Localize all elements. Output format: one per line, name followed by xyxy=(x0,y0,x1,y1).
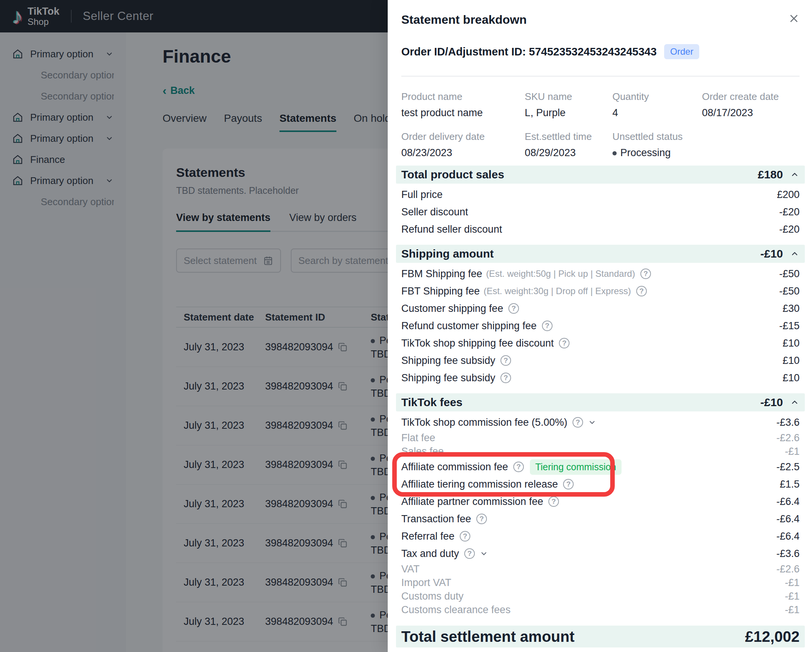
info-label: Est.settled time xyxy=(525,131,612,143)
chevron-up-icon[interactable] xyxy=(790,397,800,407)
section-total: £180 xyxy=(758,168,783,181)
fee-value: -£2.5 xyxy=(776,461,800,473)
section-total: -£10 xyxy=(760,247,783,260)
fee-label: Customs clearance fees xyxy=(401,604,511,616)
info-cell: SKU name L, Purple xyxy=(525,91,612,119)
fee-label: VAT xyxy=(401,563,420,575)
info-value-text: test product name xyxy=(401,107,483,118)
fee-label: Full price xyxy=(401,189,443,201)
fee-value: -£1 xyxy=(785,577,800,589)
fee-value: -£6.4 xyxy=(776,496,800,508)
fee-section: Shipping amount -£10 FBM Shipping fee (E… xyxy=(401,245,800,387)
fee-value: -£1 xyxy=(785,604,800,616)
help-icon[interactable]: ? xyxy=(548,496,559,507)
help-icon[interactable]: ? xyxy=(563,479,574,489)
fee-value: -£6.4 xyxy=(776,513,800,525)
status-dot xyxy=(612,151,617,155)
help-icon[interactable]: ? xyxy=(640,268,651,279)
fee-label: Customer shipping fee xyxy=(401,303,503,314)
chevron-down-icon[interactable] xyxy=(588,418,597,427)
fee-value: -£50 xyxy=(779,285,800,297)
help-icon[interactable]: ? xyxy=(464,548,475,559)
info-label: Order create date xyxy=(702,91,800,103)
fee-note: (Est. weight:50g | Pick up | Standard) xyxy=(486,268,635,279)
chevron-up-icon[interactable] xyxy=(790,170,800,179)
fee-row: Customs duty ? -£1 xyxy=(401,589,800,603)
info-label: SKU name xyxy=(525,91,612,103)
fee-label: Seller discount xyxy=(401,206,468,218)
fee-value: £10 xyxy=(783,355,800,367)
statement-breakdown-drawer: Statement breakdown Order ID/Adjustment … xyxy=(388,0,812,652)
fee-row: Tax and duty ? -£3.6 xyxy=(401,545,800,562)
fee-label: Referral fee xyxy=(401,531,454,542)
fee-value: £10 xyxy=(783,372,800,384)
help-icon[interactable]: ? xyxy=(636,286,647,296)
fee-row: FBM Shipping fee (Est. weight:50g | Pick… xyxy=(401,265,800,282)
info-value-text: L, Purple xyxy=(525,107,565,118)
fee-row: Shipping fee subsidy ? £10 xyxy=(401,352,800,369)
help-icon[interactable]: ? xyxy=(476,514,487,524)
fee-row: VAT ? -£2.6 xyxy=(401,562,800,576)
fee-row: Sales fee ? -£1 xyxy=(401,445,800,458)
order-info-grid: Product name test product name SKU name … xyxy=(401,91,800,159)
help-icon[interactable]: ? xyxy=(500,355,511,366)
info-cell: Order delivery date 08/23/2023 xyxy=(401,131,525,159)
fee-label: Transaction fee xyxy=(401,513,471,525)
section-header[interactable]: TikTok fees -£10 xyxy=(396,393,805,411)
fee-row: Import VAT ? -£1 xyxy=(401,576,800,589)
chevron-up-icon[interactable] xyxy=(790,249,800,259)
total-settlement-value: £12,002 xyxy=(745,628,800,645)
info-value: Processing xyxy=(612,147,702,159)
fee-value: -£3.6 xyxy=(776,417,800,428)
section-header[interactable]: Total product sales £180 xyxy=(396,166,805,184)
info-value-text: 08/29/2023 xyxy=(525,147,576,158)
fee-label: Flat fee xyxy=(401,432,435,444)
fee-row: Referral fee ? -£6.4 xyxy=(401,528,800,545)
info-value-text: Processing xyxy=(620,147,671,158)
close-icon[interactable] xyxy=(788,13,800,24)
fee-row: Refund seller discount ? -£20 xyxy=(401,221,800,238)
fee-label: FBT Shipping fee xyxy=(401,285,480,297)
fee-row: Seller discount ? -£20 xyxy=(401,203,800,221)
fee-label: FBM Shipping fee xyxy=(401,268,482,280)
fee-value: -£20 xyxy=(779,206,800,218)
fee-value: -£20 xyxy=(779,224,800,235)
divider xyxy=(401,76,800,77)
help-icon[interactable]: ? xyxy=(500,373,511,383)
fee-note: (Est. weight:30g | Drop off | Express) xyxy=(484,286,631,296)
info-value-text: 4 xyxy=(612,107,618,118)
help-icon[interactable]: ? xyxy=(542,321,553,331)
fee-row: Transaction fee ? -£6.4 xyxy=(401,510,800,528)
fee-row: TikTok shop shipping fee discount ? £10 xyxy=(401,334,800,352)
modal-scrim[interactable] xyxy=(0,0,388,652)
fee-label: Sales fee xyxy=(401,446,444,457)
info-cell: Quantity 4 xyxy=(612,91,702,119)
fee-value: £30 xyxy=(783,303,800,314)
fee-value: £200 xyxy=(777,189,800,201)
section-header[interactable]: Shipping amount -£10 xyxy=(396,245,805,263)
info-cell: Unsettled status Processing xyxy=(612,131,702,159)
help-icon[interactable]: ? xyxy=(559,338,569,348)
fee-row: TikTok shop commission fee (5.00%) ? -£3… xyxy=(401,414,800,431)
fee-label: Affiliate commission fee xyxy=(401,461,508,473)
total-settlement-bar: Total settlement amount £12,002 xyxy=(396,626,805,647)
fee-row: Full price ? £200 xyxy=(401,186,800,203)
fee-label: Shipping fee subsidy xyxy=(401,355,495,367)
info-label: Order delivery date xyxy=(401,131,525,143)
help-icon[interactable]: ? xyxy=(513,462,524,472)
help-icon[interactable]: ? xyxy=(508,303,519,314)
help-icon[interactable]: ? xyxy=(460,531,470,542)
help-icon[interactable]: ? xyxy=(573,417,583,428)
chevron-down-icon[interactable] xyxy=(479,549,488,558)
info-value-text: 08/23/2023 xyxy=(401,147,452,158)
fee-row: Customer shipping fee ? £30 xyxy=(401,300,800,317)
order-type-badge: Order xyxy=(664,44,699,59)
info-cell: Order create date 08/17/2023 xyxy=(702,91,800,119)
fee-value: -£1 xyxy=(785,591,800,602)
info-value-text: 08/17/2023 xyxy=(702,107,753,118)
fee-label: TikTok shop commission fee (5.00%) xyxy=(401,417,567,428)
fee-value: £10 xyxy=(783,338,800,349)
fee-label: Customs duty xyxy=(401,591,464,602)
fee-label: Refund customer shipping fee xyxy=(401,320,537,332)
fee-label: Shipping fee subsidy xyxy=(401,372,495,384)
